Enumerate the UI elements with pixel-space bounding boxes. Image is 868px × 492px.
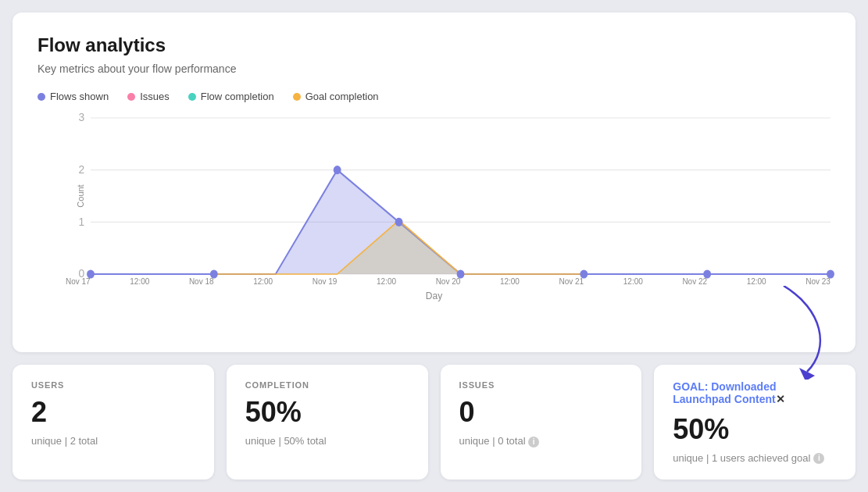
x-tick: Nov 18: [189, 277, 214, 286]
x-tick: 12:00: [130, 277, 149, 286]
svg-point-10: [87, 269, 95, 278]
stat-issues: ISSUES 0 unique | 0 total i: [441, 365, 642, 480]
legend-item-flows-shown: Flows shown: [38, 91, 109, 102]
legend-label: Goal completion: [305, 91, 379, 102]
goal-sub: unique | 1 users achieved goal i: [673, 452, 837, 464]
legend-dot: [188, 93, 196, 101]
chart-svg: 3 2 1 0: [91, 118, 830, 274]
x-axis-label: Day: [38, 291, 830, 301]
legend-dot: [293, 93, 301, 101]
legend-label: Flow completion: [201, 91, 274, 102]
x-tick: 12:00: [747, 277, 766, 286]
legend-label: Flows shown: [50, 91, 109, 102]
goal-close-icon[interactable]: ✕: [776, 393, 785, 405]
svg-text:2: 2: [78, 162, 84, 176]
goal-value: 50%: [673, 413, 837, 446]
svg-text:3: 3: [78, 111, 84, 124]
svg-point-12: [334, 166, 341, 174]
legend-dot: [38, 93, 45, 101]
legend-label: Issues: [140, 91, 170, 102]
goal-title: GOAL: Downloaded Launchpad Content✕: [673, 380, 837, 405]
svg-text:0: 0: [78, 267, 84, 280]
issues-sub: unique | 0 total i: [459, 435, 623, 447]
legend-item-issues: Issues: [127, 91, 170, 102]
legend-dot: [127, 93, 135, 101]
completion-label: COMPLETION: [245, 380, 409, 390]
goal-info-icon[interactable]: i: [813, 453, 824, 464]
stat-users: USERS 2 unique | 2 total: [13, 365, 214, 480]
stat-completion: COMPLETION 50% unique | 50% total: [227, 365, 428, 480]
issues-value: 0: [459, 396, 623, 429]
y-axis-label: Count: [76, 184, 85, 207]
x-tick: 12:00: [253, 277, 273, 286]
chart-legend: Flows shown Issues Flow completion Goal …: [38, 91, 830, 102]
x-tick: 12:00: [500, 277, 520, 286]
page-title: Flow analytics: [38, 34, 830, 56]
chart-area: Count 3 2 1 0: [91, 118, 830, 274]
completion-sub: unique | 50% total: [245, 435, 409, 447]
stat-goal: GOAL: Downloaded Launchpad Content✕ 50% …: [654, 365, 855, 480]
x-tick: Nov 19: [313, 277, 338, 286]
svg-text:1: 1: [78, 215, 84, 228]
x-tick: Nov 22: [682, 277, 707, 286]
x-tick: 12:00: [623, 277, 643, 286]
analytics-card: Flow analytics Key metrics about your fl…: [13, 12, 855, 352]
page-subtitle: Key metrics about your flow performance: [38, 62, 830, 75]
users-value: 2: [31, 396, 195, 429]
issues-info-icon[interactable]: i: [528, 437, 539, 447]
svg-point-14: [457, 269, 465, 278]
svg-point-13: [395, 218, 403, 226]
x-tick: Nov 23: [805, 277, 830, 286]
stats-row: USERS 2 unique | 2 total COMPLETION 50% …: [13, 365, 855, 480]
x-tick: Nov 20: [436, 277, 461, 286]
x-tick: 12:00: [377, 277, 396, 286]
svg-point-11: [210, 269, 218, 278]
legend-item-goal-completion: Goal completion: [293, 91, 379, 102]
svg-point-16: [703, 269, 711, 278]
issues-label: ISSUES: [459, 380, 623, 390]
users-sub: unique | 2 total: [31, 435, 195, 447]
svg-marker-9: [214, 220, 584, 274]
svg-point-15: [580, 269, 588, 278]
users-label: USERS: [31, 380, 195, 390]
legend-item-flow-completion: Flow completion: [188, 91, 274, 102]
svg-point-17: [827, 269, 834, 278]
x-tick: Nov 21: [559, 277, 584, 286]
completion-value: 50%: [245, 396, 409, 429]
